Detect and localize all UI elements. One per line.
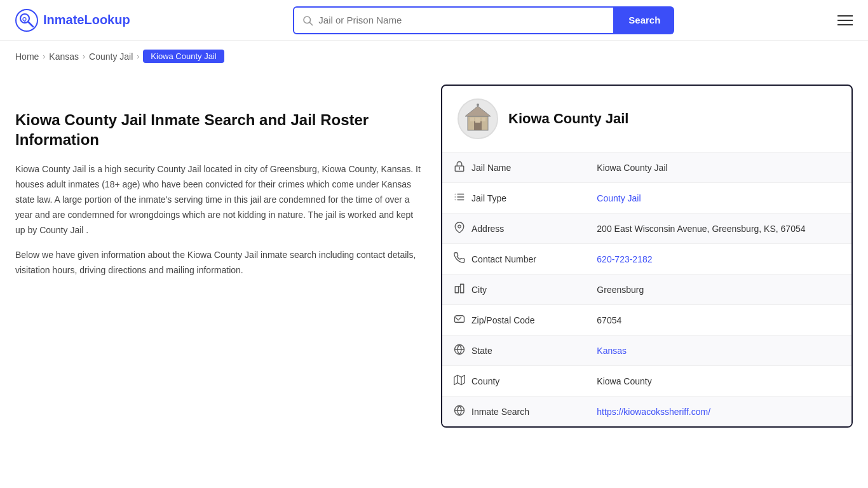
- value-link[interactable]: 620-723-2182: [597, 254, 652, 264]
- field-cell: Contact Number: [442, 244, 585, 274]
- field-label: County: [471, 376, 499, 386]
- value-cell: Kiowa County: [585, 366, 851, 396]
- table-row: Jail TypeCounty Jail: [442, 183, 851, 214]
- field-cell: County: [442, 366, 585, 396]
- globe2-icon: [454, 405, 465, 418]
- field-label: Zip/Postal Code: [471, 315, 535, 325]
- value-link[interactable]: https://kiowacokssheriff.com/: [597, 407, 710, 417]
- value-cell[interactable]: https://kiowacokssheriff.com/: [585, 396, 851, 427]
- value-link[interactable]: County Jail: [597, 193, 641, 203]
- search-input[interactable]: [318, 15, 606, 25]
- svg-rect-9: [475, 118, 480, 123]
- page-description-2: Below we have given information about th…: [15, 248, 422, 278]
- info-card: Kiowa County Jail Jail NameKiowa County …: [441, 85, 853, 428]
- breadcrumb-current: Kiowa County Jail: [143, 50, 224, 63]
- field-cell: City: [442, 274, 585, 305]
- field-cell: Address: [442, 214, 585, 244]
- svg-line-2: [28, 22, 33, 27]
- field-cell: State: [442, 336, 585, 366]
- page-title: Kiowa County Jail Inmate Search and Jail…: [15, 110, 422, 149]
- chevron-icon: ›: [83, 52, 85, 61]
- value-cell[interactable]: County Jail: [585, 183, 851, 214]
- value-cell[interactable]: Kansas: [585, 336, 851, 366]
- chevron-icon: ›: [43, 52, 45, 61]
- svg-rect-24: [461, 284, 464, 293]
- table-row: Address200 East Wisconsin Avenue, Greens…: [442, 214, 851, 244]
- breadcrumb-kansas[interactable]: Kansas: [49, 51, 79, 62]
- field-label: Address: [471, 224, 504, 234]
- table-row: CountyKiowa County: [442, 366, 851, 396]
- breadcrumb-county-jail[interactable]: County Jail: [89, 51, 133, 62]
- table-row: StateKansas: [442, 336, 851, 366]
- mail-icon: [454, 313, 465, 327]
- svg-rect-23: [455, 287, 458, 293]
- jail-avatar: [458, 98, 498, 139]
- header: Q InmateLookup Search: [0, 0, 868, 41]
- field-label: State: [471, 346, 492, 356]
- field-cell: Jail Type: [442, 183, 585, 214]
- info-table: Jail NameKiowa County JailJail TypeCount…: [442, 152, 851, 426]
- page-description-1: Kiowa County Jail is a high security Cou…: [15, 162, 422, 238]
- table-row: Zip/Postal Code67054: [442, 305, 851, 336]
- field-label: Contact Number: [471, 254, 536, 264]
- search-icon: [302, 15, 313, 26]
- field-cell: Zip/Postal Code: [442, 305, 585, 336]
- field-cell: Inmate Search: [442, 396, 585, 427]
- svg-point-13: [477, 104, 479, 106]
- card-header: Kiowa County Jail: [442, 86, 851, 152]
- building-icon: [463, 104, 493, 134]
- map-icon: [454, 374, 465, 388]
- svg-point-22: [458, 225, 461, 228]
- svg-rect-11: [482, 118, 485, 121]
- logo-text: InmateLookup: [43, 13, 130, 27]
- main-content: Kiowa County Jail Inmate Search and Jail…: [0, 72, 868, 440]
- field-label: City: [471, 285, 487, 295]
- list-icon: [454, 191, 465, 205]
- svg-line-5: [310, 22, 313, 25]
- jail-card-title: Kiowa County Jail: [508, 111, 628, 127]
- hamburger-menu[interactable]: [837, 15, 853, 25]
- logo-icon: Q: [15, 9, 38, 32]
- phone-icon: [454, 252, 465, 266]
- right-column: Kiowa County Jail Jail NameKiowa County …: [441, 85, 853, 428]
- field-label: Jail Name: [471, 163, 511, 173]
- svg-rect-7: [474, 121, 482, 130]
- city-icon: [454, 283, 465, 296]
- field-cell: Jail Name: [442, 152, 585, 183]
- globe-icon: [454, 344, 465, 357]
- value-cell[interactable]: 620-723-2182: [585, 244, 851, 274]
- value-cell: Kiowa County Jail: [585, 152, 851, 183]
- field-label: Inmate Search: [471, 407, 529, 417]
- search-wrapper: [293, 6, 614, 34]
- value-cell: 67054: [585, 305, 851, 336]
- pin-icon: [454, 222, 465, 235]
- breadcrumb-home[interactable]: Home: [15, 51, 39, 62]
- svg-marker-27: [454, 376, 465, 385]
- breadcrumb: Home › Kansas › County Jail › Kiowa Coun…: [0, 41, 868, 72]
- chevron-icon: ›: [137, 52, 139, 61]
- search-button[interactable]: Search: [614, 6, 674, 34]
- svg-rect-10: [470, 118, 474, 121]
- field-label: Jail Type: [471, 193, 506, 203]
- jail-icon: [454, 161, 465, 174]
- table-row: Inmate Searchhttps://kiowacokssheriff.co…: [442, 396, 851, 427]
- svg-text:Q: Q: [22, 16, 27, 22]
- svg-marker-8: [465, 106, 491, 116]
- left-column: Kiowa County Jail Inmate Search and Jail…: [15, 85, 422, 428]
- logo-link[interactable]: Q InmateLookup: [15, 9, 130, 32]
- value-cell: Greensburg: [585, 274, 851, 305]
- table-row: CityGreensburg: [442, 274, 851, 305]
- search-area: Search: [293, 6, 674, 34]
- value-cell: 200 East Wisconsin Avenue, Greensburg, K…: [585, 214, 851, 244]
- table-row: Jail NameKiowa County Jail: [442, 152, 851, 183]
- table-row: Contact Number620-723-2182: [442, 244, 851, 274]
- value-link[interactable]: Kansas: [597, 346, 627, 356]
